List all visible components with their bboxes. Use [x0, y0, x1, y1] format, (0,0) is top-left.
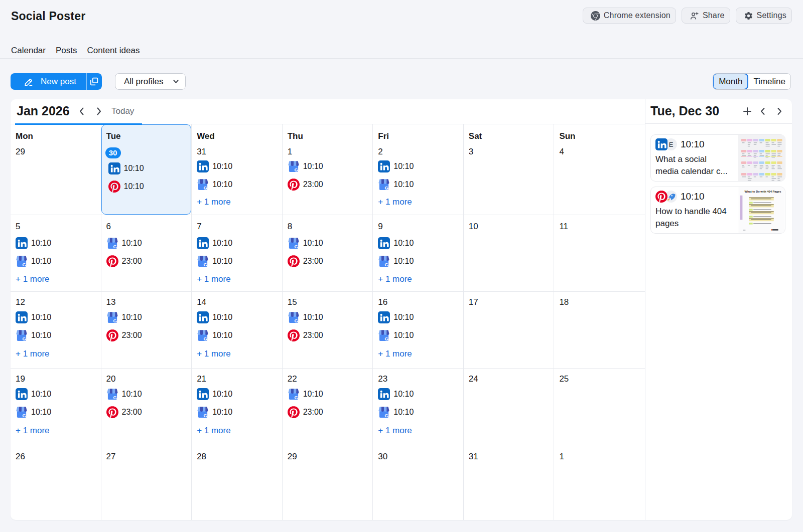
svg-text:What to Do with 404 Pages: What to Do with 404 Pages — [745, 190, 781, 193]
